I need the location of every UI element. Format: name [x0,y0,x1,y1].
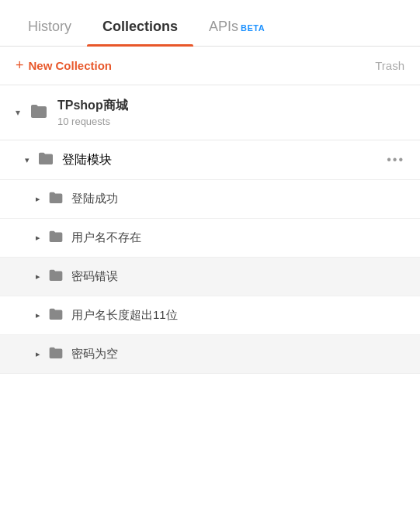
folder-list: ▾ 登陆模块 ••• ▸ 登陆成功 ▸ 用户名不存在 ▸ [0,140,420,374]
new-collection-button[interactable]: + New Collection [16,57,112,74]
collection-name: TPshop商城 [57,98,128,114]
subitem-1-folder-icon [48,191,64,207]
subitem-4-label: 用户名长度超出11位 [71,308,178,323]
subitem-4-chevron-icon[interactable]: ▸ [36,310,40,320]
root-folder-icon [37,151,54,168]
tab-bar: History Collections APIs BETA [0,0,420,47]
collection-header: ▾ TPshop商城 10 requests [0,85,420,140]
new-collection-label: New Collection [29,59,113,72]
tab-apis[interactable]: APIs BETA [193,19,280,46]
collection-info: TPshop商城 10 requests [57,98,128,127]
collection-chevron-down-icon[interactable]: ▾ [16,107,20,118]
subitem-2-chevron-icon[interactable]: ▸ [36,233,40,243]
more-options-icon[interactable]: ••• [387,153,404,167]
folder-subitem-5[interactable]: ▸ 密码为空 [0,335,420,374]
subitem-1-chevron-icon[interactable]: ▸ [36,194,40,204]
collection-folder-icon [30,103,48,123]
tab-apis-label: APIs [209,19,238,35]
trash-button[interactable]: Trash [375,59,404,72]
subitem-3-chevron-icon[interactable]: ▸ [36,272,40,282]
subitem-5-label: 密码为空 [71,347,118,362]
collection-count: 10 requests [57,116,128,127]
subitem-2-label: 用户名不存在 [71,230,141,245]
folder-subitem-1[interactable]: ▸ 登陆成功 [0,180,420,219]
subitem-5-folder-icon [48,346,64,362]
subitem-4-folder-icon [48,307,64,324]
tab-history[interactable]: History [12,19,87,46]
folder-subitem-2[interactable]: ▸ 用户名不存在 [0,219,420,258]
subitem-3-folder-icon [48,268,64,285]
beta-badge: BETA [241,23,265,33]
root-folder-chevron-icon[interactable]: ▾ [25,155,30,165]
plus-icon: + [16,57,24,74]
folder-subitem-3[interactable]: ▸ 密码错误 [0,258,420,296]
subitem-3-label: 密码错误 [71,269,118,284]
subitem-2-folder-icon [48,230,64,246]
root-folder-label: 登陆模块 [62,152,379,168]
subitem-1-label: 登陆成功 [71,192,118,206]
folder-subitem-4[interactable]: ▸ 用户名长度超出11位 [0,296,420,335]
subitem-5-chevron-icon[interactable]: ▸ [36,349,40,359]
folder-item-root[interactable]: ▾ 登陆模块 ••• [0,140,420,180]
toolbar: + New Collection Trash [0,47,420,85]
tab-collections[interactable]: Collections [87,19,193,46]
